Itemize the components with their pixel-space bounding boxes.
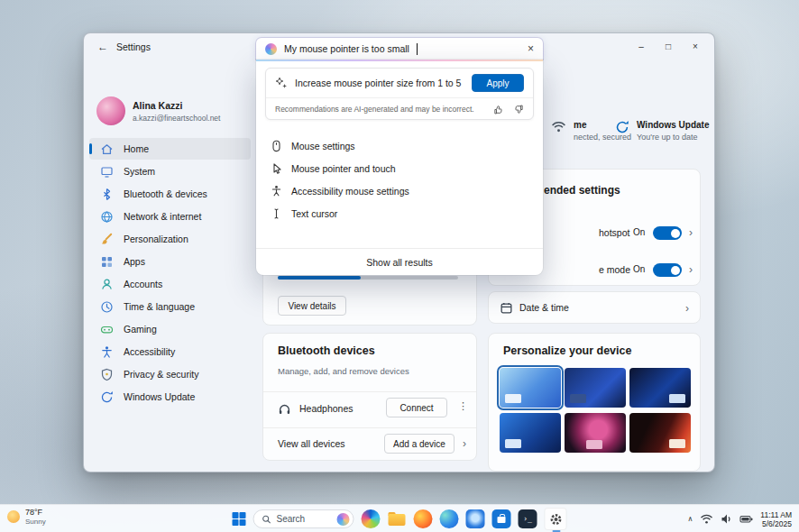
weather-widget[interactable]: 78°F Sunny <box>7 508 46 526</box>
taskbar-search[interactable]: Search <box>253 509 354 528</box>
sidebar-item-system[interactable]: System <box>89 161 251 182</box>
sidebar-item-home[interactable]: Home <box>89 138 251 160</box>
edge-icon[interactable] <box>440 509 459 528</box>
back-button[interactable]: ← <box>95 40 111 54</box>
mode-toggle[interactable] <box>653 263 682 277</box>
suggestion-feedback-row: Recommendations are AI-generated and may… <box>266 97 533 120</box>
bluetooth-card-subtitle: Manage, add, and remove devices <box>278 366 409 376</box>
theme-thumbnails <box>500 368 691 453</box>
theme-thumbnail-5[interactable] <box>565 413 626 453</box>
theme-thumbnail-6[interactable] <box>629 413 691 453</box>
tray-wifi-icon[interactable] <box>700 513 713 525</box>
view-details-button[interactable]: View details <box>278 296 346 316</box>
file-explorer-icon[interactable] <box>388 509 407 528</box>
sidebar-item-bluetooth-devices[interactable]: Bluetooth & devices <box>89 183 251 205</box>
device-name: Headphones <box>299 403 354 414</box>
sparkle-icon <box>275 77 288 89</box>
theme-preview-window <box>669 439 685 448</box>
chevron-right-icon: › <box>689 263 693 276</box>
show-all-results-button[interactable]: Show all results <box>256 248 543 275</box>
storage-progress-fill <box>278 276 361 280</box>
theme-preview-window <box>669 394 685 403</box>
headphones-icon <box>278 402 291 416</box>
tray-volume-icon[interactable] <box>721 513 732 525</box>
gear-icon <box>548 512 563 527</box>
result-mouse-settings[interactable]: Mouse settings <box>256 134 543 157</box>
window-controls: – □ × <box>628 37 709 55</box>
selection-indicator <box>89 143 92 154</box>
sidebar-item-label: Accessibility <box>124 346 175 357</box>
weather-condition: Sunny <box>25 518 46 526</box>
terminal-icon[interactable]: ›_ <box>519 509 537 528</box>
result-accessibility-mouse[interactable]: Accessibility mouse settings <box>256 179 543 202</box>
personalize-card: Personalize your device <box>488 333 701 472</box>
thumbs-down-icon[interactable] <box>513 104 524 115</box>
sidebar-nav: Home System Bluetooth & devices Network … <box>89 138 251 408</box>
suggestion-title: Increase mouse pointer size from 1 to 5 <box>295 78 461 88</box>
mode-label: e mode <box>599 264 630 275</box>
sidebar-item-accessibility[interactable]: Accessibility <box>89 341 251 362</box>
thumbs-up-icon[interactable] <box>493 104 504 115</box>
taskbar-clock[interactable]: 11:11 AM 5/6/2025 <box>760 510 792 528</box>
minimize-button[interactable]: – <box>628 37 655 55</box>
sidebar-item-network-internet[interactable]: Network & internet <box>89 206 251 227</box>
update-title: Windows Update <box>637 120 709 130</box>
cursor-icon <box>271 162 282 175</box>
settings-app-icon-active[interactable] <box>545 508 567 530</box>
sidebar-item-apps[interactable]: Apps <box>89 251 251 272</box>
avatar[interactable] <box>96 96 125 125</box>
tray-chevron-up-icon[interactable]: ∧ <box>687 515 693 523</box>
copilot-search-icon <box>265 43 277 55</box>
home-icon <box>100 142 114 156</box>
theme-thumbnail-3[interactable] <box>629 368 691 408</box>
apply-button[interactable]: Apply <box>472 74 524 92</box>
maximize-button[interactable]: □ <box>655 37 682 55</box>
desktop: ← Settings – □ × Alina Kazzi a.kazzi@fin… <box>0 0 799 532</box>
sidebar-item-label: Apps <box>124 256 145 267</box>
sidebar-item-personalization[interactable]: Personalization <box>89 228 251 250</box>
storage-progress-track <box>278 276 458 280</box>
microsoft-store-icon[interactable] <box>492 509 511 528</box>
settings-search-input[interactable]: My mouse pointer is too small × <box>256 38 543 60</box>
update-detail: You're up to date <box>637 133 709 142</box>
calendar-icon <box>500 301 513 315</box>
photos-icon[interactable] <box>466 509 485 528</box>
add-device-button[interactable]: Add a device <box>384 434 455 454</box>
shield-icon <box>100 368 114 381</box>
sidebar-item-label: Time & language <box>124 301 195 312</box>
sidebar-item-accounts[interactable]: Accounts <box>89 273 251 295</box>
search-results-panel: Increase mouse pointer size from 1 to 5 … <box>256 60 543 275</box>
connect-button[interactable]: Connect <box>386 398 447 417</box>
theme-preview-window <box>570 394 586 403</box>
sidebar-item-windows-update[interactable]: Windows Update <box>89 386 251 408</box>
personalize-title: Personalize your device <box>503 344 631 357</box>
date-time-card[interactable]: Date & time › <box>488 291 701 324</box>
copilot-app-icon[interactable] <box>362 509 381 528</box>
sidebar: Alina Kazzi a.kazzi@fineartschool.net Ho… <box>84 59 256 472</box>
sidebar-item-time-language[interactable]: Time & language <box>89 296 251 317</box>
more-options-icon[interactable]: ⋮ <box>458 400 468 412</box>
windows-update-icon <box>615 120 629 134</box>
hotspot-toggle[interactable] <box>653 226 682 240</box>
tray-battery-icon[interactable] <box>739 513 753 525</box>
firefox-icon[interactable] <box>414 509 433 528</box>
theme-thumbnail-2[interactable] <box>565 368 626 408</box>
view-all-devices-link[interactable]: View all devices <box>278 438 345 449</box>
clock-icon <box>100 300 114 314</box>
headphones-row: Headphones Connect ⋮ <box>263 395 476 424</box>
theme-thumbnail-4[interactable] <box>500 413 561 453</box>
result-mouse-pointer-touch[interactable]: Mouse pointer and touch <box>256 157 543 179</box>
result-text-cursor[interactable]: Text cursor <box>256 202 543 225</box>
clear-search-icon[interactable]: × <box>528 42 534 55</box>
chevron-right-icon: › <box>463 437 466 450</box>
sidebar-item-label: Bluetooth & devices <box>124 188 207 199</box>
sidebar-item-gaming[interactable]: Gaming <box>89 318 251 340</box>
close-button[interactable]: × <box>682 37 709 55</box>
sidebar-item-privacy-security[interactable]: Privacy & security <box>89 363 251 385</box>
apps-icon <box>100 255 114 269</box>
chevron-right-icon: › <box>685 302 689 315</box>
windows-update-status-card[interactable]: Windows Update You're up to date <box>615 120 709 142</box>
start-button[interactable] <box>233 512 246 526</box>
accessibility-icon <box>271 185 282 197</box>
theme-thumbnail-1[interactable] <box>500 368 561 408</box>
